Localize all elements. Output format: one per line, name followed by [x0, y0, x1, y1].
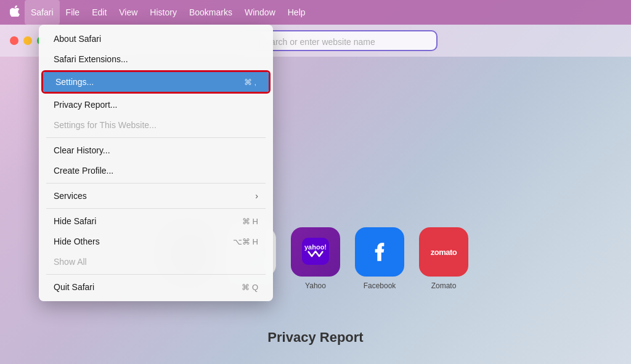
menubar-file[interactable]: File [60, 0, 86, 25]
menu-item-services[interactable]: Services › [41, 186, 271, 206]
menubar-safari[interactable]: Safari [25, 0, 60, 25]
separator-3 [46, 208, 266, 209]
separator-4 [46, 274, 266, 275]
menubar-window[interactable]: Window [238, 0, 282, 25]
zomato-text: zomato [431, 248, 457, 257]
menu-item-privacy-report[interactable]: Privacy Report... [41, 95, 271, 115]
separator-2 [46, 183, 266, 184]
privacy-report-label: Privacy Report [267, 330, 363, 346]
menu-item-quit-safari[interactable]: Quit Safari ⌘ Q [41, 277, 271, 297]
svg-text:yahoo!: yahoo! [304, 243, 327, 251]
settings-highlight-border: Settings... ⌘ , [41, 70, 271, 94]
fav-yahoo-label: Yahoo [305, 281, 326, 290]
menu-item-hide-safari[interactable]: Hide Safari ⌘ H [41, 211, 271, 231]
safari-dropdown-menu: About Safari Safari Extensions... Settin… [39, 25, 273, 301]
fav-yahoo-icon: yahoo! [291, 227, 340, 277]
minimize-button[interactable] [23, 36, 32, 45]
fav-yahoo[interactable]: yahoo! Yahoo [291, 227, 340, 290]
close-button[interactable] [10, 36, 18, 45]
menu-item-create-profile[interactable]: Create Profile... [41, 161, 271, 180]
menubar-help[interactable]: Help [282, 0, 312, 25]
menu-item-settings-website: Settings for This Website... [41, 115, 271, 135]
fav-facebook-icon [355, 227, 404, 277]
menubar: Safari File Edit View History Bookmarks … [0, 0, 631, 25]
search-text: Search or enter website name [259, 35, 430, 47]
menu-item-hide-others[interactable]: Hide Others ⌥⌘ H [41, 232, 271, 251]
menubar-bookmarks[interactable]: Bookmarks [183, 0, 238, 25]
apple-menu-button[interactable] [5, 0, 25, 25]
fav-zomato[interactable]: zomato Zomato [419, 227, 468, 290]
menu-item-about-safari[interactable]: About Safari [41, 29, 271, 49]
separator-1 [46, 137, 266, 138]
menu-item-clear-history[interactable]: Clear History... [41, 140, 271, 160]
menubar-edit[interactable]: Edit [86, 0, 113, 25]
menubar-view[interactable]: View [113, 0, 144, 25]
fav-zomato-label: Zomato [431, 281, 457, 290]
fav-facebook-label: Facebook [364, 281, 396, 290]
menubar-history[interactable]: History [144, 0, 183, 25]
menu-item-show-all: Show All [41, 252, 271, 272]
apple-icon [10, 6, 20, 20]
menu-item-safari-extensions[interactable]: Safari Extensions... [41, 49, 271, 69]
menu-item-settings[interactable]: Settings... ⌘ , [43, 72, 269, 92]
fav-facebook[interactable]: Facebook [355, 227, 404, 290]
fav-zomato-icon: zomato [419, 227, 468, 277]
